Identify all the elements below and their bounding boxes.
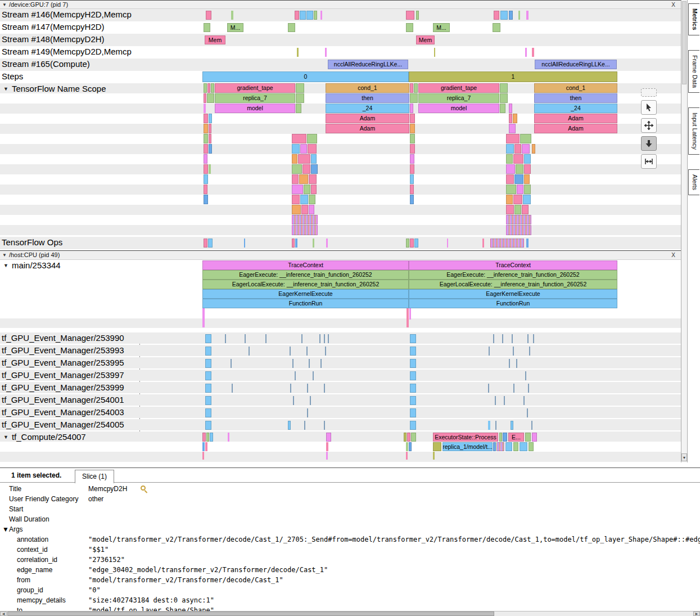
trace-event[interactable]: [509, 124, 516, 133]
trace-event[interactable]: [523, 195, 531, 204]
trace-event[interactable]: [206, 433, 209, 442]
trace-event[interactable]: [204, 144, 208, 154]
trace-event[interactable]: then: [326, 93, 409, 103]
trace-event[interactable]: [326, 433, 331, 442]
trace-event[interactable]: [411, 433, 416, 442]
scroll-left-button[interactable]: ◀: [0, 611, 7, 616]
track-label-tf-name-scope[interactable]: ▼TensorFlow Name Scope: [0, 84, 139, 93]
trace-event[interactable]: [503, 433, 507, 442]
magnifier-icon[interactable]: [141, 485, 146, 491]
trace-event[interactable]: [295, 11, 299, 20]
trace-event[interactable]: [525, 48, 527, 57]
selection-tool-button[interactable]: [641, 100, 657, 115]
trace-event[interactable]: [410, 93, 418, 103]
trace-event[interactable]: [414, 83, 418, 93]
close-button[interactable]: X: [671, 1, 675, 9]
trace-event[interactable]: [204, 134, 208, 143]
trace-event[interactable]: [204, 114, 208, 123]
trace-event[interactable]: [532, 433, 537, 442]
trace-event[interactable]: [528, 384, 529, 393]
trace-event[interactable]: [410, 408, 416, 417]
trace-event[interactable]: [205, 384, 211, 393]
trace-event[interactable]: [202, 452, 204, 460]
trace-event[interactable]: [296, 93, 304, 103]
trace-event[interactable]: [500, 104, 505, 113]
trace-event[interactable]: [306, 11, 313, 20]
trace-event[interactable]: _24: [534, 104, 617, 113]
trace-event[interactable]: [517, 185, 523, 194]
trace-event[interactable]: [324, 334, 325, 343]
trace-event[interactable]: model: [418, 104, 499, 113]
trace-event[interactable]: [513, 347, 514, 356]
trace-event[interactable]: [414, 239, 418, 248]
trace-event[interactable]: [500, 83, 508, 93]
track-label-stream-146[interactable]: Stream #146(MemcpyH2D,Memcp: [0, 10, 139, 19]
trace-event[interactable]: [205, 371, 211, 380]
trace-event[interactable]: then: [534, 93, 617, 103]
trace-event[interactable]: [506, 154, 513, 164]
trace-event[interactable]: [290, 384, 291, 393]
track-label-evm-253999[interactable]: tf_GPU_Event_Manager/253999: [0, 383, 139, 392]
trace-event[interactable]: [525, 371, 526, 380]
trace-event[interactable]: [406, 452, 408, 460]
trace-event[interactable]: [482, 239, 484, 248]
trace-event[interactable]: [326, 442, 328, 451]
trace-event[interactable]: [304, 421, 305, 430]
trace-event[interactable]: [522, 205, 529, 214]
trace-event[interactable]: [511, 421, 513, 430]
track-label-evm-254003[interactable]: tf_GPU_Event_Manager/254003: [0, 407, 139, 417]
trace-event[interactable]: [326, 239, 328, 248]
trace-event[interactable]: [406, 239, 409, 248]
trace-event[interactable]: [292, 144, 300, 154]
trace-event[interactable]: EagerLocalExecute: __inference_train_fun…: [202, 280, 409, 289]
trace-event[interactable]: [533, 334, 534, 343]
collapse-icon[interactable]: ▼: [3, 434, 8, 440]
trace-event[interactable]: EagerKernelExecute: [202, 289, 409, 299]
trace-event[interactable]: [410, 195, 414, 204]
trace-event[interactable]: Mem: [205, 35, 225, 44]
collapse-icon[interactable]: ▼: [2, 253, 7, 258]
trace-event[interactable]: [410, 185, 414, 194]
trace-event[interactable]: EagerExecute: __inference_train_function…: [202, 270, 409, 280]
trace-event[interactable]: [205, 396, 211, 405]
trace-event[interactable]: [506, 225, 531, 235]
trace-event[interactable]: [204, 124, 208, 133]
trace-event[interactable]: [506, 215, 531, 224]
trace-event[interactable]: [292, 164, 302, 174]
trace-event[interactable]: gradient_tape: [418, 83, 499, 93]
side-tab-input-latency[interactable]: Input Latency: [688, 107, 699, 155]
trace-event[interactable]: [297, 48, 299, 57]
trace-event[interactable]: [205, 408, 211, 417]
trace-event[interactable]: [409, 308, 411, 320]
trace-event[interactable]: [207, 83, 210, 93]
side-tab-frame-data[interactable]: Frame Data: [688, 50, 699, 93]
zoom-tool-button[interactable]: [641, 136, 657, 151]
trace-event[interactable]: [506, 174, 514, 184]
trace-event[interactable]: [410, 164, 414, 174]
trace-event[interactable]: [209, 134, 211, 143]
trace-event[interactable]: [407, 308, 409, 327]
trace-event[interactable]: cond_1: [534, 83, 617, 93]
trace-event[interactable]: [513, 442, 518, 451]
trace-event[interactable]: [204, 83, 207, 93]
trace-event[interactable]: [298, 154, 310, 164]
trace-event[interactable]: Mem: [416, 35, 435, 44]
trace-event[interactable]: [208, 239, 213, 248]
trace-event[interactable]: [518, 11, 520, 20]
trace-event[interactable]: [231, 359, 232, 368]
tab-slice[interactable]: Slice (1): [75, 470, 114, 483]
trace-event[interactable]: [495, 396, 496, 405]
trace-event[interactable]: [313, 371, 314, 380]
trace-event[interactable]: [493, 23, 500, 32]
trace-event[interactable]: [531, 421, 532, 430]
trace-event[interactable]: [410, 384, 416, 393]
trace-event[interactable]: [524, 164, 531, 174]
trace-event[interactable]: [202, 442, 205, 451]
trace-event[interactable]: [292, 134, 306, 143]
trace-event[interactable]: [232, 384, 233, 393]
trace-event[interactable]: FunctionRun: [409, 299, 617, 308]
trace-event[interactable]: [292, 154, 297, 164]
trace-event[interactable]: EagerExecute: __inference_train_function…: [409, 270, 617, 280]
trace-event[interactable]: [228, 433, 229, 442]
trace-event[interactable]: ExecutorState::Process: [433, 433, 498, 442]
